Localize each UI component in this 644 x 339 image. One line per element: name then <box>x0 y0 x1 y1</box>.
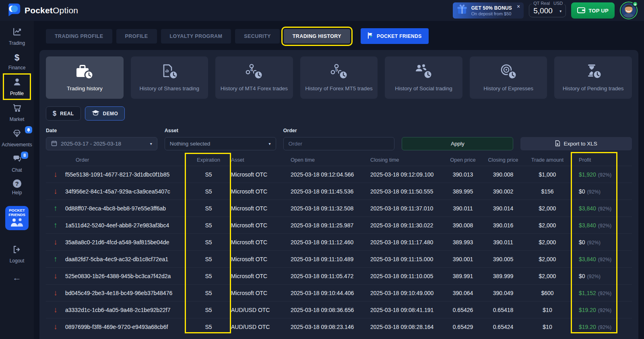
expiration-value: S5 <box>186 205 231 212</box>
sidebar-item-help[interactable]: ? Help <box>4 177 30 198</box>
card-trading-history[interactable]: Trading history <box>46 56 124 99</box>
table-row[interactable]: ↓ 0897699b-f3f8-469e-9720-e9493a68cb6f S… <box>46 318 632 335</box>
profit-cell: $1,920(92%) <box>572 171 632 178</box>
asset-select[interactable]: Nothing selected ▾ <box>165 137 276 150</box>
avatar[interactable]: + <box>620 2 638 19</box>
export-cell: Export to XLS <box>520 128 632 150</box>
sidebar-item-trading[interactable]: Trading <box>4 24 30 48</box>
card-social-trading[interactable]: History of Social trading <box>385 56 462 99</box>
trade-amount-value: $2,000 <box>523 222 572 229</box>
asset-value: Microsoft OTC <box>231 222 283 229</box>
card-shares-trading[interactable]: History of Shares trading <box>131 56 208 99</box>
profit-value: $1,920 <box>579 171 596 178</box>
date-range-picker[interactable]: 2025-03-17 - 2025-03-18 ▾ <box>46 137 157 150</box>
table-row[interactable]: ↑ 1a511d42-5240-4eef-abb8-27e983af3bc4 S… <box>46 216 632 233</box>
card-mt5-forex[interactable]: 5 History of Forex MT5 trades <box>300 56 378 99</box>
sidebar-item-profile[interactable]: Profile <box>4 75 30 99</box>
closing-time-value: 2025-03-18 09:08:28.164 <box>363 324 443 330</box>
table-row[interactable]: ↓ 525e0830-1b26-4388-945b-bc3ca7f42d2a S… <box>46 267 632 284</box>
direction-icon: ↓ <box>46 306 65 314</box>
column-header-open-price[interactable]: Open price <box>443 157 483 163</box>
closing-price-value: 390.002 <box>483 188 523 195</box>
tab-trading-profile[interactable]: TRADING PROFILE <box>46 29 112 44</box>
card-pending-trades[interactable]: History of Pending trades <box>554 56 632 99</box>
trade-amount-value: $10 <box>523 324 572 330</box>
tab-trading-history[interactable]: TRADING HISTORY <box>284 29 350 44</box>
close-icon[interactable]: × <box>517 4 520 9</box>
sidebar-item-market[interactable]: Market <box>4 100 30 125</box>
pocket-friends-button[interactable]: POCKET FRIENDS <box>361 28 429 44</box>
expiration-value: S5 <box>186 171 231 178</box>
chevron-down-icon: ▾ <box>559 9 561 13</box>
table-row[interactable]: ↑ daa82fd7-5cba-4ec9-ac32-db1c8cf72ea1 S… <box>46 250 632 267</box>
expiration-value: S5 <box>186 273 231 279</box>
logout-button[interactable]: Logout <box>4 242 30 266</box>
tab-profile[interactable]: PROFILE <box>116 29 157 44</box>
table-row[interactable]: ↑ 0d88ff07-8eca-4bc8-beb8-97e55e3ff6ab S… <box>46 200 632 216</box>
asset-value: Microsoft OTC <box>231 171 283 178</box>
card-mt4-forex[interactable]: 4 History of MT4 Forex trades <box>215 56 293 99</box>
table-row[interactable]: ↓ 35a8a8c0-21d6-4fcd-a548-9af815be04de S… <box>46 233 632 250</box>
column-header-closing-time[interactable]: Closing time <box>363 157 443 163</box>
card-expresses[interactable]: History of Expresses <box>470 56 547 99</box>
order-filter: Order <box>283 128 395 150</box>
asset-value: AUD/USD OTC <box>231 324 283 330</box>
closing-time-value: 2025-03-18 09:10:49.000 <box>363 290 443 296</box>
wallet-icon <box>577 6 585 15</box>
table-header: Order Expiration Asset Open time Closing… <box>46 154 632 166</box>
balance-amount: 5,000 <box>533 6 553 15</box>
balance-selector[interactable]: QT Real USD 5,000 ▾ <box>529 4 566 17</box>
profit-value: $19.20 <box>579 324 596 330</box>
column-header-open-time[interactable]: Open time <box>283 157 363 163</box>
collapse-sidebar-arrow[interactable]: ← <box>12 272 21 283</box>
asset-value: Microsoft OTC <box>231 239 283 245</box>
table-row[interactable]: ↓ 34f956e2-84c1-45a7-929a-c3a9cea5407c S… <box>46 183 632 200</box>
asset-value: AUD/USD OTC <box>231 307 283 313</box>
sidebar-item-finance[interactable]: $ Finance <box>4 50 30 73</box>
column-header-asset[interactable]: Asset <box>231 157 283 163</box>
trades-table: Order Expiration Asset Open time Closing… <box>46 154 632 335</box>
sidebar-pocket-friends-tile[interactable]: POCKET FRIENDS <box>5 206 29 230</box>
closing-price-value: 390.016 <box>483 222 523 229</box>
account-toggle: $ REAL DEMO <box>46 106 632 121</box>
order-id: daa82fd7-5cba-4ec9-ac32-db1c8cf72ea1 <box>65 256 186 262</box>
sidebar-item-chat[interactable]: 8 Chat <box>4 152 30 175</box>
order-id: 1a511d42-5240-4eef-abb8-27e983af3bc4 <box>65 222 186 229</box>
apply-button[interactable]: Apply <box>402 137 513 150</box>
bonus-banner[interactable]: GET 50% BONUS On deposit from $50 × <box>453 2 524 19</box>
sidebar-item-achievements[interactable]: Achievements <box>1 126 33 150</box>
tab-loyalty-program[interactable]: LOYALTY PROGRAM <box>161 29 231 44</box>
closing-price-value: 390.014 <box>483 205 523 212</box>
table-row[interactable]: ↓ bd045c49-2be3-4e18-bc49-96eb37b48476 S… <box>46 284 632 301</box>
column-header-profit[interactable]: Profit <box>572 157 632 163</box>
real-account-button[interactable]: $ REAL <box>46 106 81 121</box>
column-header-closing-price[interactable]: Closing price <box>483 157 523 163</box>
column-header-order[interactable]: Order <box>65 157 186 163</box>
table-row[interactable]: ↓ a3332d1c-1cb6-4a05-9a48-2c1be92b22f7 S… <box>46 301 632 318</box>
profit-cell: $19.20(92%) <box>572 324 632 330</box>
closing-time-value: 2025-03-18 09:11:50.555 <box>363 188 443 195</box>
order-filter-label: Order <box>283 128 395 134</box>
closing-time-value: 2025-03-18 09:11:30.022 <box>363 222 443 229</box>
target-clock-icon <box>497 63 520 83</box>
profit-cell: $3,840(92%) <box>572 205 632 212</box>
order-input[interactable] <box>289 141 390 147</box>
export-to-xls-button[interactable]: Export to XLS <box>520 137 632 150</box>
demo-account-button[interactable]: DEMO <box>85 106 125 121</box>
flag-icon <box>367 32 373 40</box>
tab-security[interactable]: SECURITY <box>235 29 279 44</box>
date-filter-label: Date <box>46 128 157 134</box>
direction-icon: ↑ <box>46 204 65 213</box>
dollar-icon: $ <box>14 52 19 63</box>
column-header-expiration[interactable]: Expiration <box>186 157 231 163</box>
brand-logo[interactable]: PocketOption <box>6 2 78 19</box>
trade-amount-value: $2,000 <box>523 205 572 212</box>
closing-time-value: 2025-03-18 09:08:41.191 <box>363 307 443 313</box>
table-row[interactable]: ↓ f55e5138-1091-4677-8217-3d1dbc0f1b85 S… <box>46 166 632 183</box>
top-up-button[interactable]: TOP UP <box>571 2 615 19</box>
column-header-trade-amount[interactable]: Trade amount <box>523 157 572 163</box>
open-time-value: 2025-03-18 09:11:12.460 <box>283 239 363 245</box>
document-clock-icon <box>158 63 181 83</box>
asset-value: Microsoft OTC <box>231 273 283 279</box>
brand-name: PocketOption <box>25 6 78 15</box>
